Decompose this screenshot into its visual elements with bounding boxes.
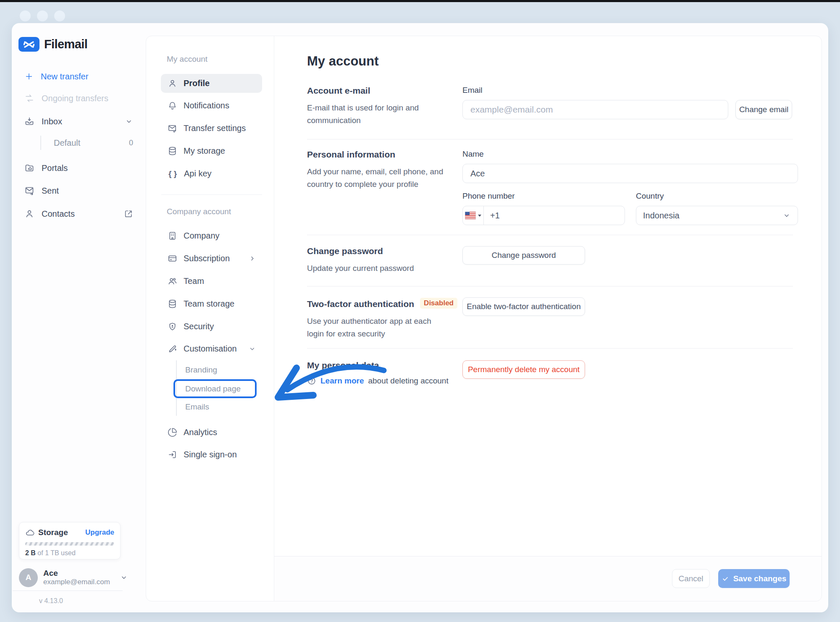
nav-item-team[interactable]: Team bbox=[161, 272, 262, 291]
avatar: A bbox=[19, 568, 38, 587]
sidebar-item-contacts[interactable]: Contacts bbox=[24, 207, 133, 221]
inbox-label: Inbox bbox=[42, 117, 118, 126]
nav-item-label: Profile bbox=[184, 79, 210, 88]
nav-item-label: Download page bbox=[185, 384, 241, 394]
personal-info-desc: Add your name, email, cell phone, and co… bbox=[307, 165, 446, 191]
nav-item-my-storage[interactable]: My storage bbox=[161, 142, 262, 160]
save-changes-button[interactable]: Save changes bbox=[718, 569, 790, 588]
section-my-personal-data: My personal data Learn more about deleti… bbox=[307, 360, 791, 386]
sidebar-item-inbox[interactable]: Inbox bbox=[24, 114, 133, 129]
personal-info-heading: Personal information bbox=[307, 148, 395, 159]
nav-item-label: Team bbox=[184, 276, 204, 286]
storage-card: Storage Upgrade 2 B of 1 TB used bbox=[19, 522, 121, 559]
country-flag-selector[interactable] bbox=[463, 206, 484, 225]
settings-nav: My account Profile Notifications Transfe… bbox=[146, 36, 274, 601]
name-input[interactable] bbox=[462, 164, 798, 183]
user-email: example@email.com bbox=[43, 578, 110, 586]
nav-item-download-page[interactable]: Download page bbox=[173, 379, 257, 398]
nav-item-label: Notifications bbox=[184, 101, 229, 110]
phone-value[interactable]: +1 bbox=[484, 211, 500, 220]
footer-actions: Cancel Save changes bbox=[274, 556, 822, 601]
team-icon bbox=[168, 276, 177, 286]
chevron-down-icon[interactable] bbox=[125, 117, 133, 126]
change-email-button[interactable]: Change email bbox=[735, 100, 792, 119]
nav-item-label: Company bbox=[184, 231, 220, 241]
filemail-logo[interactable]: Filemail bbox=[18, 37, 87, 52]
user-name: Ace bbox=[43, 569, 110, 578]
change-password-desc: Update your current password bbox=[307, 262, 446, 275]
app-window: Filemail New transfer Ongoing transfers … bbox=[12, 23, 828, 612]
page-title: My account bbox=[307, 54, 379, 69]
nav-item-single-sign-on[interactable]: Single sign-on bbox=[161, 445, 262, 464]
section-divider bbox=[307, 139, 793, 139]
chevron-down-icon bbox=[782, 211, 791, 220]
nav-item-subscription[interactable]: Subscription bbox=[161, 249, 262, 268]
shield-icon bbox=[168, 322, 177, 331]
learn-more-suffix: about deleting account bbox=[368, 376, 448, 386]
country-label: Country bbox=[636, 192, 798, 201]
sidebar-divider bbox=[13, 591, 123, 591]
enable-two-factor-button[interactable]: Enable two-factor authentication bbox=[462, 297, 585, 316]
nav-item-branding[interactable]: Branding bbox=[173, 362, 257, 378]
nav-item-emails[interactable]: Emails bbox=[173, 399, 257, 415]
country-value: Indonesia bbox=[643, 211, 680, 220]
nav-item-customisation[interactable]: Customisation bbox=[161, 339, 262, 358]
building-icon bbox=[168, 231, 177, 241]
two-factor-heading: Two-factor authentication bbox=[307, 297, 414, 309]
app-version: v 4.13.0 bbox=[39, 597, 63, 605]
screen-top-edge bbox=[0, 0, 840, 2]
chevron-right-icon bbox=[248, 255, 256, 262]
chevron-down-icon bbox=[248, 345, 256, 353]
storage-used-value: 2 B bbox=[25, 549, 36, 556]
account-email-heading: Account e-mail bbox=[307, 84, 370, 95]
change-password-button[interactable]: Change password bbox=[462, 246, 585, 265]
change-password-heading: Change password bbox=[307, 244, 383, 256]
new-transfer-button[interactable]: New transfer bbox=[24, 69, 133, 84]
check-icon bbox=[722, 575, 729, 583]
name-label: Name bbox=[462, 150, 798, 159]
nav-item-company[interactable]: Company bbox=[161, 226, 262, 245]
upgrade-link[interactable]: Upgrade bbox=[85, 528, 114, 537]
nav-item-label: Analytics bbox=[184, 428, 217, 437]
storage-usage-text: 2 B of 1 TB used bbox=[25, 549, 114, 557]
portals-label: Portals bbox=[42, 163, 133, 173]
section-divider bbox=[307, 235, 793, 235]
database-icon bbox=[168, 146, 177, 156]
learn-more-link[interactable]: Learn more bbox=[320, 376, 364, 386]
nav-item-analytics[interactable]: Analytics bbox=[161, 423, 262, 442]
nav-item-transfer-settings[interactable]: Transfer settings bbox=[161, 119, 262, 138]
sidebar-item-inbox-default[interactable]: Default 0 bbox=[40, 136, 133, 150]
nav-item-security[interactable]: Security bbox=[161, 317, 262, 336]
nav-item-label: Api key bbox=[184, 169, 212, 178]
window-control-dot[interactable] bbox=[20, 10, 31, 21]
sidebar-item-portals[interactable]: Portals bbox=[24, 161, 133, 175]
braces-icon: { } bbox=[168, 169, 178, 178]
user-menu[interactable]: A Ace example@email.com bbox=[19, 568, 128, 587]
nav-item-team-storage[interactable]: Team storage bbox=[161, 294, 262, 313]
email-input[interactable] bbox=[462, 100, 728, 119]
storage-used-suffix: of 1 TB used bbox=[37, 549, 75, 556]
sidebar: Filemail New transfer Ongoing transfers … bbox=[12, 23, 146, 612]
window-control-dot[interactable] bbox=[37, 10, 48, 21]
ongoing-transfers-label: Ongoing transfers bbox=[42, 94, 133, 103]
sidebar-item-sent[interactable]: Sent bbox=[24, 184, 133, 198]
credit-card-icon bbox=[168, 254, 177, 263]
bell-icon bbox=[168, 101, 177, 110]
nav-item-profile[interactable]: Profile bbox=[161, 74, 262, 93]
window-controls[interactable] bbox=[20, 10, 65, 21]
cancel-button[interactable]: Cancel bbox=[672, 569, 710, 588]
brush-icon bbox=[168, 344, 177, 354]
nav-item-label: My storage bbox=[184, 146, 225, 156]
person-icon bbox=[168, 79, 177, 88]
nav-divider bbox=[161, 194, 262, 195]
window-control-dot[interactable] bbox=[54, 10, 65, 21]
nav-item-api-key[interactable]: { } Api key bbox=[161, 164, 262, 183]
country-select[interactable]: Indonesia bbox=[636, 206, 798, 225]
nav-item-label: Subscription bbox=[184, 254, 230, 263]
nav-item-notifications[interactable]: Notifications bbox=[161, 96, 262, 115]
delete-account-button[interactable]: Permanently delete my account bbox=[462, 360, 585, 379]
sidebar-item-ongoing-transfers[interactable]: Ongoing transfers bbox=[24, 91, 133, 105]
default-folder-count: 0 bbox=[129, 139, 133, 147]
phone-input[interactable]: +1 bbox=[462, 206, 625, 225]
nav-item-label: Security bbox=[184, 322, 214, 331]
